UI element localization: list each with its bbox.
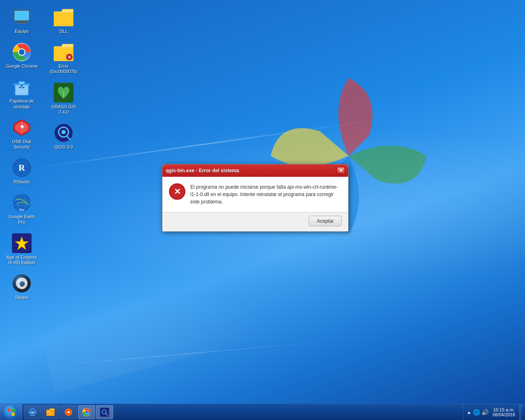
aoe-icon <box>12 233 32 253</box>
desktop-icon-aoe[interactable]: Age of Empires III HD Edition <box>3 230 40 269</box>
tray-volume[interactable]: 🔊 <box>482 409 488 415</box>
desktop-icon-rstudio[interactable]: R RStudio <box>3 155 40 188</box>
light-sweep-2 <box>41 341 328 367</box>
media-icon <box>64 407 73 417</box>
desktop-icon-chrome[interactable]: Google Chrome <box>3 39 40 72</box>
taskbar-ie[interactable]: e <box>24 405 41 419</box>
svg-point-22 <box>13 274 31 292</box>
svg-rect-8 <box>14 84 30 85</box>
chrome-label: Google Chrome <box>6 64 38 69</box>
aoe-label: Age of Empires III HD Edition <box>5 255 39 265</box>
svg-rect-10 <box>19 82 24 84</box>
svg-rect-39 <box>47 411 50 412</box>
dialog-footer: Aceptar <box>162 212 348 231</box>
svg-rect-31 <box>11 409 15 412</box>
svg-rect-3 <box>17 23 27 24</box>
qgis-label: QGIS 3.0 <box>54 144 73 150</box>
desktop: Equipo Google Chrome <box>0 0 525 404</box>
tray-arrow[interactable]: ▲ <box>467 410 471 415</box>
desktop-icon-recycle[interactable]: Papelera de reciclaje <box>3 74 40 112</box>
rstudio-icon: R <box>12 158 32 178</box>
qgis-icon <box>54 123 73 143</box>
desktop-icon-earth[interactable]: Pro Google Earth Pro <box>3 189 40 228</box>
taskbar-chrome-icon <box>82 407 91 417</box>
taskbar: e <box>0 404 525 420</box>
earth-label: Google Earth Pro <box>5 214 39 225</box>
svg-point-6 <box>19 49 25 55</box>
rstudio-label: RStudio <box>14 179 30 185</box>
clock[interactable]: 10:15 a.m. 08/04/2018 <box>490 407 518 417</box>
taskbar-explorer[interactable] <box>42 405 59 419</box>
taskbar-items: e <box>22 404 463 420</box>
svg-rect-2 <box>18 21 25 23</box>
taskbar-qgis[interactable] <box>96 405 113 419</box>
desktop-icon-error-folder[interactable]: ✕ Error (0xc000007b) <box>45 39 82 78</box>
svg-rect-33 <box>11 413 15 416</box>
error-icon: ✕ <box>169 183 185 200</box>
desktop-icon-grass[interactable]: GRASS GIS 7.4.0 <box>45 80 82 118</box>
grass-label: GRASS GIS 7.4.0 <box>47 104 80 115</box>
start-button[interactable] <box>0 404 22 420</box>
desktop-icon-qgis[interactable]: QGIS 3.0 <box>45 120 82 153</box>
dialog-title: qgis-bin.exe - Error del sistema <box>166 168 337 173</box>
error-x-mark: ✕ <box>174 187 181 196</box>
desktop-col-2: DLL ✕ Error (0xc000007b) <box>45 4 82 155</box>
svg-rect-30 <box>7 409 11 412</box>
dialog-titlebar: qgis-bin.exe - Error del sistema ✕ <box>162 164 348 177</box>
dll-folder-icon <box>54 7 73 27</box>
tray-network: 🌐 <box>473 409 480 415</box>
dialog-ok-button[interactable]: Aceptar <box>309 216 342 226</box>
taskbar-chrome[interactable] <box>78 405 95 419</box>
usb-security-icon: ✦ <box>12 118 32 137</box>
tray-icons: ▲ 🌐 🔊 <box>467 409 488 415</box>
taskbar-qgis-icon <box>100 407 110 417</box>
svg-point-47 <box>85 411 88 413</box>
taskbar-media[interactable] <box>60 405 77 419</box>
usb-security-label: USB Disk Security <box>5 139 39 150</box>
svg-rect-32 <box>7 413 11 416</box>
desktop-icon-equipo[interactable]: Equipo <box>3 4 40 37</box>
recycle-label: Papelera de reciclaje <box>5 98 39 109</box>
ie-icon: e <box>27 407 37 417</box>
dialog-close-button[interactable]: ✕ <box>337 167 345 174</box>
steam-label: Steam <box>15 295 28 300</box>
computer-icon <box>12 7 32 27</box>
earth-icon: Pro <box>12 193 32 212</box>
desktop-icon-dll[interactable]: DLL <box>45 4 82 37</box>
svg-text:✕: ✕ <box>68 55 71 59</box>
error-folder-label: Error (0xc000007b) <box>47 64 80 74</box>
chrome-icon <box>12 42 32 62</box>
svg-text:Pro: Pro <box>19 208 24 211</box>
recycle-icon <box>12 77 32 97</box>
error-dialog[interactable]: qgis-bin.exe - Error del sistema ✕ ✕ El … <box>162 164 349 232</box>
explorer-icon <box>46 407 55 417</box>
start-orb <box>4 405 18 420</box>
dll-label: DLL <box>59 29 68 34</box>
svg-text:e: e <box>31 411 33 415</box>
clock-date: 08/04/2018 <box>493 412 515 417</box>
svg-rect-1 <box>14 11 29 21</box>
desktop-col-1: Equipo Google Chrome <box>3 4 40 305</box>
dialog-message: El programa no puede iniciarse porque fa… <box>190 183 342 205</box>
svg-rect-40 <box>47 413 53 413</box>
show-desktop-button[interactable] <box>519 404 522 420</box>
dialog-body: ✕ El programa no puede iniciarse porque … <box>162 177 348 212</box>
desktop-icon-steam[interactable]: Steam <box>3 270 40 304</box>
svg-text:✦: ✦ <box>19 123 25 130</box>
steam-icon <box>12 274 32 293</box>
clock-time: 10:15 a.m. <box>493 407 514 412</box>
system-tray: ▲ 🌐 🔊 10:15 a.m. 08/04/2018 <box>463 404 525 420</box>
grass-icon <box>54 83 73 103</box>
error-folder-icon: ✕ <box>54 42 73 62</box>
svg-text:R: R <box>18 162 25 173</box>
desktop-icon-usb-security[interactable]: ✦ USB Disk Security <box>3 114 40 153</box>
equipo-label: Equipo <box>15 29 29 34</box>
svg-rect-41 <box>47 414 51 414</box>
svg-point-29 <box>62 130 66 134</box>
